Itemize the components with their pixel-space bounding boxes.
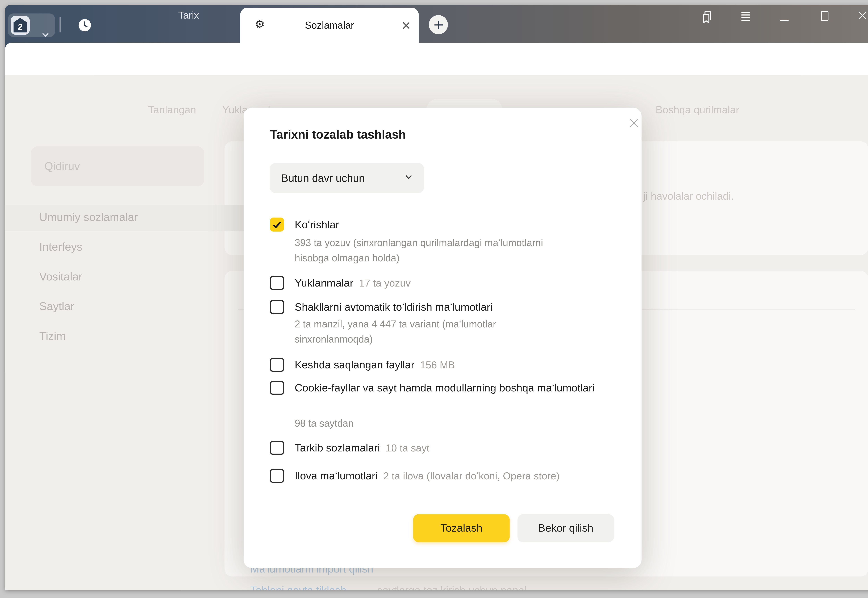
maximize-button[interactable] bbox=[821, 11, 828, 21]
chevron-down-icon bbox=[42, 32, 49, 37]
checkbox-unchecked[interactable] bbox=[270, 300, 284, 314]
tab-close-icon[interactable] bbox=[402, 21, 410, 30]
profile-button[interactable]: 2 bbox=[8, 13, 55, 37]
toolbar: Я Y settings Sozlamalar bbox=[5, 43, 868, 75]
menu-icon[interactable] bbox=[741, 11, 751, 21]
tab-history-label: Tarix bbox=[144, 9, 234, 21]
clear-history-dialog: Tarixni tozalab tashlash Butun davr uchu… bbox=[244, 108, 642, 568]
checkbox-row-shakllar[interactable]: Shakllarni avtomatik toʻldirish maʻlumot… bbox=[270, 300, 493, 314]
checkbox-count: 2 ta ilova (Ilovalar doʻkoni, Opera stor… bbox=[383, 471, 560, 482]
checkbox-label: Cookie-fayllar va sayt hamda modullarnin… bbox=[295, 381, 601, 395]
checkbox-unchecked[interactable] bbox=[270, 441, 284, 455]
clock-icon bbox=[77, 18, 92, 33]
tab-history[interactable]: Tarix bbox=[66, 9, 237, 42]
checkmark-icon bbox=[272, 221, 282, 229]
bookmarks-panel-icon[interactable] bbox=[700, 10, 714, 25]
checkbox-unchecked[interactable] bbox=[270, 358, 284, 372]
tabbar-divider bbox=[60, 17, 61, 33]
close-icon bbox=[629, 118, 639, 128]
new-tab-button[interactable] bbox=[429, 15, 448, 34]
checkbox-count: 156 MB bbox=[420, 359, 455, 371]
sidebar-item-interfeys[interactable]: Interfeys bbox=[39, 241, 82, 253]
checkbox-label: Tarkib sozlamalari10 ta sayt bbox=[295, 441, 429, 455]
sidebar-item-vositalar[interactable]: Vositalar bbox=[39, 270, 82, 283]
checkbox-subtext: 2 ta manzil, yana 4 447 ta variant (maʻl… bbox=[295, 317, 519, 347]
plus-icon bbox=[434, 20, 443, 30]
tab-settings-label: Sozlamalar bbox=[240, 19, 419, 31]
dialog-title: Tarixni tozalab tashlash bbox=[270, 128, 406, 142]
checkbox-unchecked[interactable] bbox=[270, 381, 284, 395]
checkbox-label: Keshda saqlangan fayllar156 MB bbox=[295, 358, 455, 372]
sidebar-item-umumiy[interactable]: Umumiy sozlamalar bbox=[39, 211, 138, 224]
period-select[interactable]: Butun davr uchun bbox=[270, 163, 424, 193]
checkbox-count: 17 ta yozuv bbox=[359, 278, 411, 289]
window-close-button[interactable] bbox=[858, 10, 867, 20]
nav-item-boshqa-qurilmalar[interactable]: Boshqa qurilmalar bbox=[655, 104, 739, 116]
restore-tableau-hint: saytlarga tez kirish uchun panel bbox=[377, 584, 527, 590]
dialog-close-button[interactable] bbox=[627, 115, 641, 130]
checkbox-label: Ilova maʻlumotlari2 ta ilova (Ilovalar d… bbox=[295, 469, 559, 483]
screen: 2 Tarix ⚙ Sozlamalar bbox=[0, 0, 868, 598]
nav-item-tanlangan[interactable]: Tanlangan bbox=[148, 104, 196, 116]
checkbox-label: Yuklanmalar17 ta yozuv bbox=[295, 276, 411, 290]
settings-search bbox=[31, 147, 204, 186]
checkbox-subtext: 98 ta saytdan bbox=[295, 416, 354, 431]
search-input[interactable] bbox=[31, 147, 204, 186]
restore-tableau-link[interactable]: Tabloni qayta tiklash bbox=[250, 584, 346, 590]
sidebar-item-saytlar[interactable]: Saytlar bbox=[39, 300, 74, 313]
checkbox-unchecked[interactable] bbox=[270, 469, 284, 483]
browser-window: 2 Tarix ⚙ Sozlamalar bbox=[5, 5, 868, 590]
profile-avatar: 2 bbox=[10, 16, 30, 35]
checkbox-row-cookie[interactable]: Cookie-fayllar va sayt hamda modullarnin… bbox=[270, 381, 601, 395]
cancel-button[interactable]: Bekor qilish bbox=[517, 514, 614, 542]
checkbox-row-yuklanmalar[interactable]: Yuklanmalar17 ta yozuv bbox=[270, 276, 411, 290]
chevron-down-icon bbox=[405, 175, 412, 180]
clear-button[interactable]: Tozalash bbox=[413, 514, 510, 542]
background-setting-text: ji havolalar ochiladi. bbox=[643, 190, 734, 202]
checkbox-count: 10 ta sayt bbox=[385, 443, 429, 454]
checkbox-row-ilova[interactable]: Ilova maʻlumotlari2 ta ilova (Ilovalar d… bbox=[270, 469, 559, 483]
profile-badge: 2 bbox=[13, 18, 27, 33]
checkbox-subtext: 393 ta yozuv (sinxronlangan qurilmalarda… bbox=[295, 236, 558, 266]
minimize-button[interactable] bbox=[780, 20, 789, 21]
checkbox-row-kesh[interactable]: Keshda saqlangan fayllar156 MB bbox=[270, 358, 455, 372]
checkbox-row-korishlar[interactable]: Koʻrishlar bbox=[270, 217, 339, 232]
sidebar-item-tizim[interactable]: Tizim bbox=[39, 330, 66, 342]
period-value: Butun davr uchun bbox=[270, 172, 365, 184]
checkbox-checked[interactable] bbox=[270, 217, 284, 232]
checkbox-unchecked[interactable] bbox=[270, 276, 284, 290]
checkbox-label: Koʻrishlar bbox=[295, 217, 339, 232]
checkbox-row-tarkib[interactable]: Tarkib sozlamalari10 ta sayt bbox=[270, 441, 429, 455]
checkbox-label: Shakllarni avtomatik toʻldirish maʻlumot… bbox=[295, 300, 493, 314]
